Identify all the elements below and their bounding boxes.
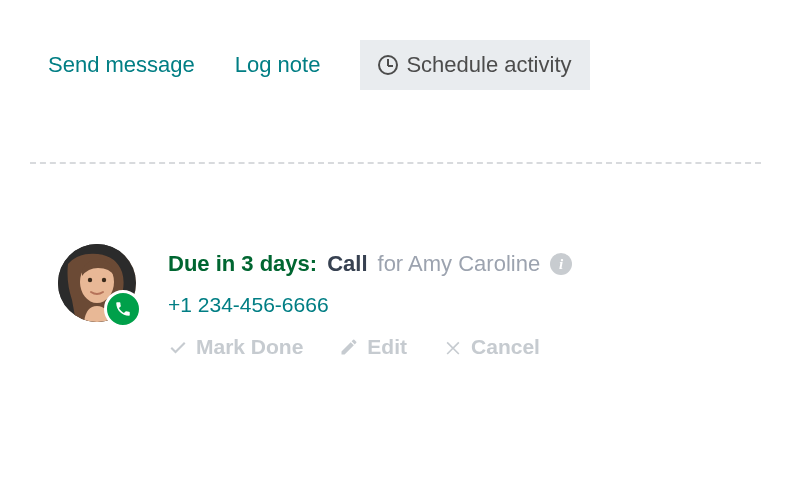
edit-label: Edit	[367, 335, 407, 359]
chatter-tabs: Send message Log note Schedule activity	[0, 0, 791, 90]
tab-log-note[interactable]: Log note	[235, 40, 321, 90]
svg-point-3	[102, 278, 106, 282]
tab-send-message[interactable]: Send message	[48, 40, 195, 90]
svg-point-2	[88, 278, 92, 282]
activity-type: Call	[327, 250, 367, 279]
clock-icon	[378, 55, 398, 75]
activity-item: Due in 3 days: Call for Amy Caroline i +…	[0, 164, 791, 359]
activity-due: Due in 3 days:	[168, 250, 317, 279]
mark-done-label: Mark Done	[196, 335, 303, 359]
tab-schedule-activity-label: Schedule activity	[406, 52, 571, 78]
activity-type-badge	[104, 290, 142, 328]
edit-button[interactable]: Edit	[339, 335, 407, 359]
tab-schedule-activity[interactable]: Schedule activity	[360, 40, 589, 90]
phone-icon	[114, 300, 132, 318]
check-icon	[168, 337, 188, 357]
cancel-button[interactable]: Cancel	[443, 335, 540, 359]
cancel-label: Cancel	[471, 335, 540, 359]
pencil-icon	[339, 337, 359, 357]
close-icon	[443, 337, 463, 357]
activity-body: Due in 3 days: Call for Amy Caroline i +…	[168, 244, 572, 359]
activity-actions: Mark Done Edit Cancel	[168, 335, 572, 359]
mark-done-button[interactable]: Mark Done	[168, 335, 303, 359]
activity-summary: Due in 3 days: Call for Amy Caroline i	[168, 250, 572, 279]
avatar-wrap	[58, 244, 136, 322]
activity-assignee: for Amy Caroline	[378, 250, 541, 279]
info-icon[interactable]: i	[550, 253, 572, 275]
activity-phone-link[interactable]: +1 234-456-6666	[168, 293, 329, 317]
